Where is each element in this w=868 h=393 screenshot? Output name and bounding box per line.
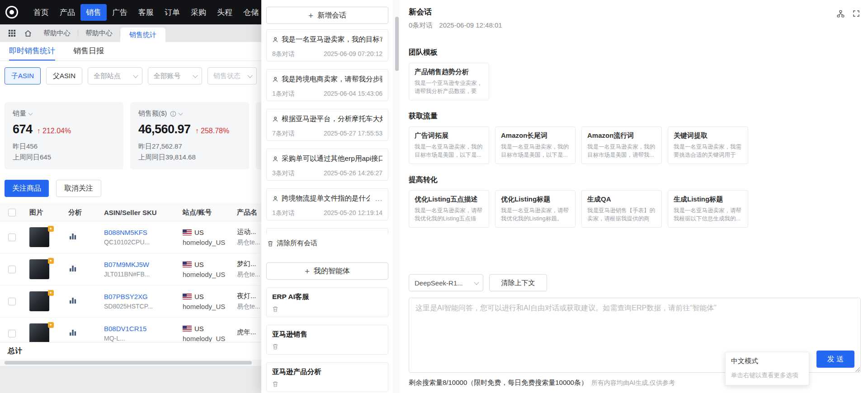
trash-icon[interactable] (272, 306, 278, 312)
agents-network-icon[interactable] (837, 10, 844, 18)
site-select[interactable]: 全部站点 (88, 67, 142, 84)
child-asin-toggle[interactable]: 子ASIN (5, 67, 41, 84)
more-icon[interactable]: … (375, 195, 382, 202)
toolbar-tab-help-1[interactable]: 帮助中心 (36, 29, 78, 37)
trash-icon[interactable] (272, 381, 278, 387)
toolbar-tab-sales-stats[interactable]: 销售统计 (120, 28, 165, 42)
agent-item[interactable]: 亚马逊销售 (266, 325, 388, 355)
template-card[interactable]: 广告词拓展 我是一名亚马逊卖家，我的目标市场是美国，以下是... (409, 126, 489, 164)
row-checkbox[interactable] (8, 234, 16, 241)
asin-link[interactable]: B08DV1CR15 (104, 325, 179, 332)
template-card[interactable]: Amazon流行词 我是一名亚马逊卖家，我的目标市场是美国，请帮我... (581, 126, 662, 164)
send-button[interactable]: 发 送 (816, 351, 854, 368)
nav-orders[interactable]: 订单 (159, 4, 185, 21)
product-image[interactable] (29, 291, 49, 311)
header-analysis: 分析 (59, 208, 100, 217)
horizontal-scrollbar[interactable] (0, 360, 261, 366)
ai-disclaimer: 所有内容均由AI生成,仅供参考 (591, 379, 675, 387)
session-item-partial[interactable] (266, 228, 388, 234)
template-card-desc: 我是亚马逊销售【手表】的卖家，请根据我提供的商品... (587, 206, 656, 224)
account-select-value: 全部账号 (154, 72, 181, 80)
template-card[interactable]: 生成QA 我是亚马逊销售【手表】的卖家，请根据我提供的商品... (581, 190, 662, 228)
vertical-scrollbar[interactable] (393, 0, 400, 393)
parent-asin-toggle[interactable]: 父ASIN (46, 67, 82, 84)
session-item[interactable]: 我是一名亚马逊卖家，我的目标市 8条对话 2025-06-09 07:20:12 (266, 29, 388, 61)
product-image[interactable] (29, 323, 49, 343)
bar-chart-icon[interactable] (68, 328, 77, 337)
asin-link[interactable]: B07M9MKJ5W (104, 261, 179, 268)
horizontal-scrollbar-thumb[interactable] (5, 361, 252, 365)
plus-icon: + (308, 11, 313, 20)
quota-text: 剩余搜索量8/10000（限时免费，每日免费搜索量10000条） (409, 379, 588, 387)
app-logo-icon[interactable] (5, 6, 18, 19)
status-select[interactable]: 销售状态 (208, 67, 257, 84)
site-code: US (194, 229, 204, 236)
toolbar-tab-help-2[interactable]: 帮助中心 (78, 29, 120, 37)
template-card[interactable]: 关键词提取 我是一名亚马逊卖家，我需要挑选合适的关键词用于广... (668, 126, 748, 164)
clear-all-sessions-button[interactable]: 清除所有会话 (266, 239, 388, 248)
nav-sales[interactable]: 销售 (80, 4, 107, 21)
session-item[interactable]: 采购单可以通过其他erp用api接口 3条对话 2025-05-26 14:26… (266, 149, 388, 181)
template-card[interactable]: 优化Listing标题 我是一名亚马逊卖家，请帮我优化我的Listing标题。要… (495, 190, 576, 228)
template-card[interactable]: 优化Listing五点描述 我是一名亚马逊卖家，请帮我优化我的Listing五点… (409, 190, 489, 228)
row-checkbox[interactable] (8, 298, 16, 305)
new-session-button[interactable]: + 新增会话 (266, 7, 388, 24)
template-card[interactable]: Amazon长尾词 我是一名亚马逊卖家，我的目标市场是美国，以下是... (495, 126, 576, 164)
template-card-desc: 我是一名亚马逊卖家，我需要挑选合适的关键词用于广... (674, 143, 742, 160)
status-select-value: 销售状态 (213, 72, 241, 80)
tab-daily-report[interactable]: 销售日报 (73, 42, 104, 61)
session-item[interactable]: 根据亚马逊平台，分析摩托车大灯 7条对话 2025-05-27 17:55:53 (266, 109, 388, 141)
template-card[interactable]: 产品销售趋势分析 我是一个亚马逊专业卖家，请帮我分析产品数据，要有... (409, 63, 489, 100)
follow-product-button[interactable]: 关注商品 (5, 180, 49, 197)
stats-cards: 销量 674 ↑ 212.04% 昨日456 上周同日645 销售额($) 46… (0, 89, 261, 169)
product-image[interactable] (29, 259, 49, 279)
template-card-desc: 我是一名亚马逊卖家，我的目标市场是美国，以下是... (501, 143, 570, 160)
stat-lastweek: 上周同日645 (13, 153, 115, 162)
nav-service[interactable]: 客服 (133, 4, 159, 21)
bar-chart-icon[interactable] (68, 232, 77, 241)
product-image[interactable] (29, 227, 49, 247)
user-icon (272, 76, 278, 83)
account-select[interactable]: 全部账号 (148, 67, 203, 84)
home-icon[interactable] (20, 29, 36, 37)
resize-handle[interactable] (854, 366, 860, 372)
session-time: 2025-05-26 14:26:27 (324, 169, 382, 178)
stat-value: 674 (13, 122, 33, 136)
expand-icon[interactable] (853, 10, 860, 18)
nav-ads[interactable]: 广告 (107, 4, 133, 21)
nav-products[interactable]: 产品 (54, 4, 80, 21)
product-source: 易仓te... (237, 303, 261, 311)
stat-card-revenue: 销售额($) 46,560.97 ↑ 258.78% 昨日27,562.87 上… (130, 102, 249, 169)
select-all-checkbox[interactable] (8, 209, 16, 216)
nav-home[interactable]: 首页 (28, 4, 54, 21)
stat-label[interactable]: 销量 (13, 109, 115, 118)
stat-label[interactable]: 销售额($) (138, 109, 241, 118)
my-agents-button[interactable]: + 我的智能体 (266, 262, 388, 280)
session-item[interactable]: 跨境物流提单文件指的是什么 … 1条对话 2025-05-20 12:19:14 (266, 188, 388, 220)
apps-grid-icon[interactable] (4, 29, 20, 37)
asin-link[interactable]: B07PBSY2XG (104, 293, 179, 300)
unfollow-button[interactable]: 取消关注 (56, 180, 101, 197)
bar-chart-icon[interactable] (68, 296, 77, 305)
plus-icon: + (305, 267, 310, 276)
tab-realtime-stats[interactable]: 即时销售统计 (9, 42, 55, 61)
nav-purchase[interactable]: 采购 (185, 4, 212, 21)
bar-chart-icon[interactable] (68, 264, 77, 273)
trash-icon[interactable] (272, 343, 278, 350)
model-select[interactable]: DeepSeek-R1... (409, 274, 483, 291)
session-title: 我是一名亚马逊卖家，我的目标市 (282, 35, 382, 44)
context-menu-item-chinese-mode[interactable]: 中文模式 (731, 357, 803, 365)
clear-context-button[interactable]: 清除上下文 (489, 274, 547, 291)
agent-item[interactable]: ERP AI客服 (266, 287, 388, 317)
agent-item[interactable]: 亚马逊产品分析 (266, 362, 388, 392)
session-item[interactable]: 我是跨境电商卖家，请帮我分步骤 1条对话 2025-06-04 15:43:06 (266, 69, 388, 101)
vertical-scrollbar-thumb[interactable] (395, 17, 399, 71)
account-name: homelody_US (183, 239, 233, 246)
nav-warehouse[interactable]: 仓储 (238, 4, 261, 21)
row-checkbox[interactable] (8, 266, 16, 273)
template-card[interactable]: 生成Listing标题 我是一名亚马逊卖家，请帮我根据以下信息生成我的... (668, 190, 748, 228)
nav-firstleg[interactable]: 头程 (212, 4, 238, 21)
trash-icon (267, 240, 274, 247)
row-checkbox[interactable] (8, 330, 16, 337)
asin-link[interactable]: B088NM5KFS (104, 229, 179, 236)
